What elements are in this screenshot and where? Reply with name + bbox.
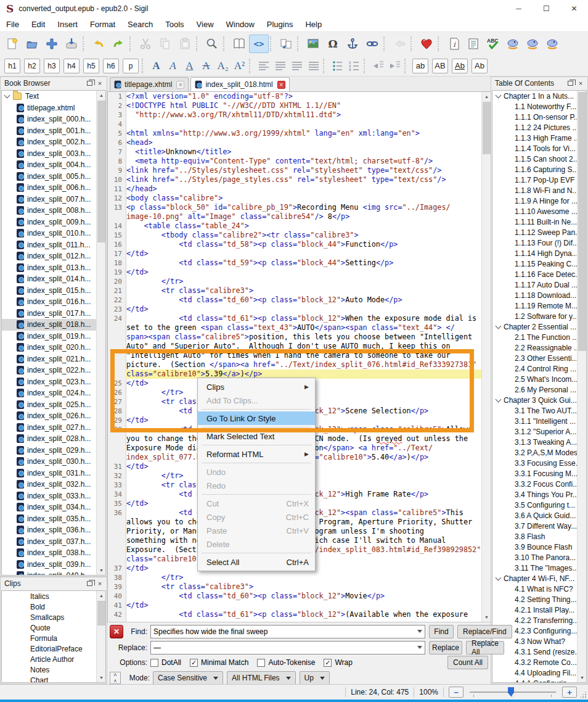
toc-item[interactable]: 1.1 Noteworthy F... <box>492 101 586 112</box>
book-file-item[interactable]: index_split_026.h... <box>2 410 105 422</box>
toc-item[interactable]: 1.1.5 Can shoot 2... <box>492 154 586 164</box>
replace-input[interactable]: — <box>150 641 425 655</box>
context-menu-go-to-link-or-style[interactable]: Go To Link Or Style <box>198 411 315 425</box>
clip-item[interactable]: Smallcaps <box>2 612 105 622</box>
context-menu-mark-selected-text[interactable]: Mark Selected Text <box>198 429 315 443</box>
toc-item[interactable]: 2.5 What's Incom... <box>492 374 586 384</box>
toc-item[interactable]: 3.1.3 Tweaking A... <box>492 437 586 447</box>
menu-help[interactable]: Help <box>299 18 328 31</box>
close-panel-icon[interactable]: × <box>96 79 104 88</box>
bullet-list-icon[interactable] <box>329 58 346 74</box>
zoom-slider[interactable] <box>470 687 556 698</box>
toc-item[interactable]: 1.1.6 Capturing S... <box>492 164 586 175</box>
minimize-button[interactable]: ─ <box>505 0 533 17</box>
toc-item[interactable]: Chapter 3 Quick Gui... <box>492 395 586 405</box>
book-file-item[interactable]: index_split_039.h... <box>2 559 105 571</box>
toc-item[interactable]: 2.6 My Personal ... <box>492 384 586 395</box>
book-file-item[interactable]: index_split_006.h... <box>2 182 105 194</box>
toc-item[interactable]: 1.1.8 Wi-Fi and N... <box>492 185 586 196</box>
toc-item[interactable]: 3.8 Flash <box>492 531 586 542</box>
book-file-item[interactable]: index_split_003.h... <box>2 148 105 160</box>
book-file-item[interactable]: index_split_012.h... <box>2 250 105 262</box>
option-dotall[interactable]: DotAll <box>150 658 181 667</box>
book-file-item[interactable]: index_split_035.h... <box>2 513 105 525</box>
clip-item[interactable]: Bold <box>2 601 105 612</box>
book-file-item[interactable]: index_split_009.h... <box>2 217 105 228</box>
toc-item[interactable]: 3.1 The Two AUT... <box>492 405 586 416</box>
generate-toc-icon[interactable] <box>463 35 483 53</box>
find-input[interactable]: Specifies how wide the final sweep <box>150 625 425 638</box>
resize-grip[interactable] <box>579 691 587 698</box>
insert-anchor-icon[interactable] <box>343 35 362 53</box>
heading-h3-button[interactable]: h3 <box>44 59 60 73</box>
replace-all-button[interactable]: Replace All <box>466 641 504 655</box>
book-file-item[interactable]: index_split_016.h... <box>2 296 105 308</box>
strikethrough-button[interactable]: A <box>198 58 214 74</box>
numbered-list-icon[interactable]: 123 <box>346 58 362 74</box>
bold-button[interactable]: A <box>148 58 165 74</box>
lowercase-button[interactable]: ab <box>412 59 428 73</box>
combo-dropdown-icon[interactable] <box>417 646 422 649</box>
mode-dropdown-up[interactable]: Up <box>300 671 330 685</box>
mode-dropdown-all-html-files[interactable]: All HTML Files <box>227 671 296 685</box>
book-file-item[interactable]: index_split_030.h... <box>2 456 105 468</box>
toc-item[interactable]: 3.10 The Panora... <box>492 552 586 563</box>
toc-item[interactable]: 1.1.10 Awesome ... <box>492 206 586 217</box>
book-file-item[interactable]: index_split_004.h... <box>2 159 105 171</box>
toc-item[interactable]: 1.1.2 24 Pictures ... <box>492 122 586 133</box>
clip-item[interactable]: Chart <box>2 675 105 683</box>
align-justify-icon[interactable] <box>305 58 322 74</box>
toc-item[interactable]: 3.3.1 Focusing M... <box>492 468 586 479</box>
toc-item[interactable]: 1.1.11 Built-in Ne... <box>492 217 586 227</box>
plugin-2-icon[interactable] <box>523 35 542 53</box>
menu-edit[interactable]: Edit <box>25 18 51 31</box>
open-file-icon[interactable] <box>22 35 42 53</box>
menu-tools[interactable]: Tools <box>159 18 190 31</box>
toc-scrollbar[interactable]: ▼ <box>577 91 586 682</box>
zoom-slider-handle[interactable] <box>508 687 514 696</box>
option-wrap[interactable]: ✓Wrap <box>324 658 352 667</box>
context-menu-clips[interactable]: Clips▶ <box>198 380 315 394</box>
book-file-item[interactable]: index_split_002.h... <box>2 136 105 148</box>
metadata-editor-icon[interactable]: i <box>444 35 463 53</box>
subscript-button[interactable]: A₂ <box>214 58 231 74</box>
donate-heart-icon[interactable] <box>417 35 436 53</box>
book-view-icon[interactable] <box>229 35 249 53</box>
toc-item[interactable]: 3.9 Bounce Flash <box>492 542 586 552</box>
toc-item[interactable]: 4.4.1 Configurin... <box>492 678 586 683</box>
book-file-item[interactable]: index_split_017.h... <box>2 308 105 320</box>
toc-item[interactable]: 4.2 Setting Thing... <box>492 594 586 605</box>
toc-item[interactable]: 2.4 Control Ring ... <box>492 363 586 374</box>
book-folder-text[interactable]: Text <box>2 91 105 102</box>
book-file-item[interactable]: index_split_019.h... <box>2 331 105 342</box>
close-button[interactable]: ✕ <box>560 0 588 17</box>
collapse-find-icon[interactable]: ˄˄ <box>110 672 121 684</box>
book-file-item[interactable]: index_split_015.h... <box>2 285 105 297</box>
float-panel-icon[interactable] <box>85 579 94 588</box>
new-file-icon[interactable] <box>2 35 22 53</box>
heading-h5-button[interactable]: h5 <box>83 59 99 73</box>
book-file-item[interactable]: index_split_018.h... <box>2 319 105 331</box>
book-file-item[interactable]: index_split_000.h... <box>2 114 105 125</box>
book-file-item[interactable]: index_split_020.h... <box>2 342 105 353</box>
toc-item[interactable]: 1.1.1 On-sensor P... <box>492 112 586 122</box>
option-auto-tokenise[interactable]: Auto-Tokenise <box>257 658 315 667</box>
zoom-in-button[interactable]: + <box>562 687 577 698</box>
save-icon[interactable] <box>62 35 81 53</box>
superscript-button[interactable]: A² <box>231 58 248 74</box>
replace-find-button[interactable]: Replace/Find <box>457 625 512 638</box>
book-file-item[interactable]: index_split_032.h... <box>2 479 105 490</box>
toc-item[interactable]: 4.2.2 Transferring... <box>492 615 586 626</box>
toc-item[interactable]: Chapter 2 Essential ... <box>492 321 586 332</box>
heading-p-button[interactable]: p <box>123 59 139 73</box>
toc-item[interactable]: 1.1.7 Pop-Up EVF <box>492 175 586 185</box>
undo-icon[interactable] <box>89 35 108 53</box>
menu-plugins[interactable]: Plugins <box>261 18 300 31</box>
italic-button[interactable]: A <box>165 58 181 74</box>
toc-item[interactable]: 1.1.3 High Frame ... <box>492 133 586 143</box>
add-existing-file-icon[interactable] <box>42 35 62 53</box>
outdent-icon[interactable] <box>370 58 386 74</box>
book-file-item[interactable]: index_split_021.h... <box>2 353 105 365</box>
tab-titlepage.xhtml[interactable]: titlepage.xhtml× <box>110 77 189 91</box>
book-file-item[interactable]: index_split_031.h... <box>2 468 105 479</box>
